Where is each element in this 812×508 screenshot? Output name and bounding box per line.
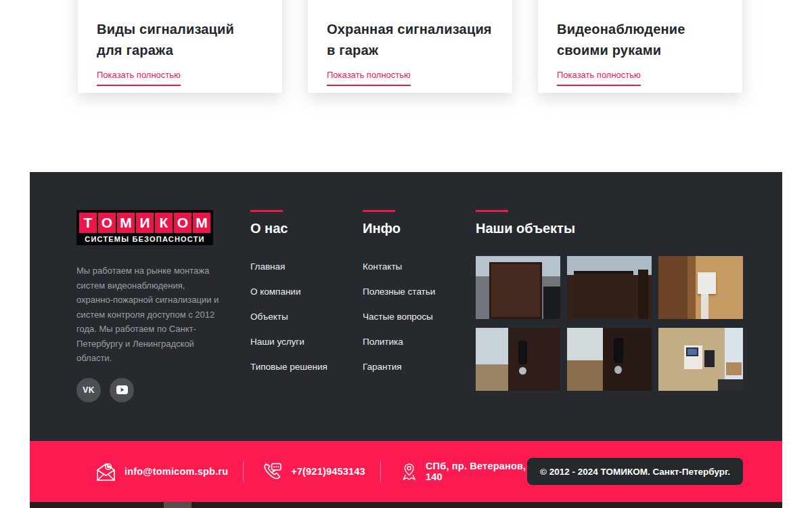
article-cards-row: Виды сигнализаций для гаража Показать по… (78, 0, 742, 93)
logo-letter-tiles: Т О М И К О М (79, 213, 210, 233)
article-card[interactable]: Видеонаблюдение своими руками Показать п… (538, 0, 742, 93)
phone-text: +7(921)9453143 (291, 466, 365, 477)
bottom-strip (30, 502, 782, 508)
footer-brand-column: Т О М И К О М СИСТЕМЫ БЕЗОПАСНОСТИ Мы ра… (76, 210, 222, 402)
youtube-icon[interactable] (110, 378, 134, 402)
footer-column-about: О нас Главная О компании Объекты Наши ус… (250, 210, 328, 385)
logo-letter: Т (79, 213, 97, 233)
logo-letter: О (98, 213, 116, 233)
gallery-photo[interactable] (476, 328, 560, 391)
email-text: info@tomicom.spb.ru (125, 466, 228, 477)
gallery-title: Наши объекты (476, 221, 742, 236)
article-card[interactable]: Охранная сигнализация в гараж Показать п… (308, 0, 512, 93)
accent-line (476, 210, 508, 212)
copyright-badge: © 2012 - 2024 ТОМИКОМ. Санкт-Петербург. (527, 458, 743, 485)
article-title: Охранная сигнализация в гараж (327, 19, 493, 61)
footer-link-solutions[interactable]: Типовые решения (250, 362, 328, 372)
logo-letter: О (174, 213, 191, 233)
column-title: О нас (250, 221, 328, 236)
phone-icon (260, 459, 285, 484)
footer-link-faq[interactable]: Частые вопросы (363, 312, 433, 322)
accent-line (250, 210, 283, 212)
show-full-link[interactable]: Показать полностью (97, 70, 181, 86)
scrollbar-thumb[interactable] (164, 502, 191, 508)
social-links: VK (76, 378, 222, 402)
show-full-link[interactable]: Показать полностью (327, 70, 411, 86)
column-links: Главная О компании Объекты Наши услуги Т… (250, 260, 328, 373)
tomikom-logo[interactable]: Т О М И К О М СИСТЕМЫ БЕЗОПАСНОСТИ (76, 210, 213, 245)
accent-line (363, 210, 395, 212)
footer: Т О М И К О М СИСТЕМЫ БЕЗОПАСНОСТИ Мы ра… (30, 172, 782, 441)
logo-letter: М (117, 213, 135, 233)
youtube-play-glyph (116, 385, 128, 394)
gallery-photo[interactable] (567, 256, 652, 319)
gallery-photo[interactable] (658, 256, 743, 319)
page: Виды сигнализаций для гаража Показать по… (0, 0, 812, 508)
contact-bar: info@tomicom.spb.ru +7(921)9453143 СПб, … (30, 441, 782, 502)
column-links: Контакты Полезные статьи Частые вопросы … (363, 260, 435, 373)
email-contact[interactable]: info@tomicom.spb.ru (93, 459, 228, 484)
footer-link-articles[interactable]: Полезные статьи (363, 287, 435, 297)
logo-caption: СИСТЕМЫ БЕЗОПАСНОСТИ (79, 235, 210, 243)
show-full-link[interactable]: Показать полностью (557, 70, 641, 86)
objects-gallery (476, 256, 742, 391)
footer-link-objects[interactable]: Объекты (250, 312, 288, 322)
footer-link-main[interactable]: Главная (250, 261, 285, 272)
logo-letter: М (193, 213, 210, 233)
gallery-photo[interactable] (658, 328, 743, 391)
divider (243, 461, 244, 482)
company-description: Мы работаем на рынке монтажа систем виде… (76, 263, 222, 366)
location-icon (399, 459, 420, 484)
footer-link-company[interactable]: О компании (250, 287, 300, 297)
column-title: Инфо (363, 221, 435, 236)
footer-column-gallery: Наши объекты (476, 210, 742, 391)
gallery-photo[interactable] (567, 328, 652, 391)
logo-letter: И (136, 213, 154, 233)
footer-column-info: Инфо Контакты Полезные статьи Частые воп… (363, 210, 435, 385)
address-text: СПб, пр. Ветеранов, 140 (426, 461, 527, 482)
email-icon (93, 459, 118, 484)
article-title: Видеонаблюдение своими руками (557, 19, 723, 61)
divider (380, 461, 381, 482)
article-card[interactable]: Виды сигнализаций для гаража Показать по… (78, 0, 282, 93)
footer-link-policy[interactable]: Политика (363, 337, 403, 347)
footer-link-services[interactable]: Наши услуги (250, 337, 304, 347)
address-contact[interactable]: СПб, пр. Ветеранов, 140 (399, 459, 527, 484)
gallery-photo[interactable] (476, 256, 560, 319)
footer-link-warranty[interactable]: Гарантия (363, 362, 402, 372)
phone-contact[interactable]: +7(921)9453143 (260, 459, 365, 484)
footer-link-contacts[interactable]: Контакты (363, 261, 402, 272)
logo-letter: К (155, 213, 173, 233)
article-title: Виды сигнализаций для гаража (97, 19, 263, 61)
vk-icon[interactable]: VK (76, 378, 101, 402)
